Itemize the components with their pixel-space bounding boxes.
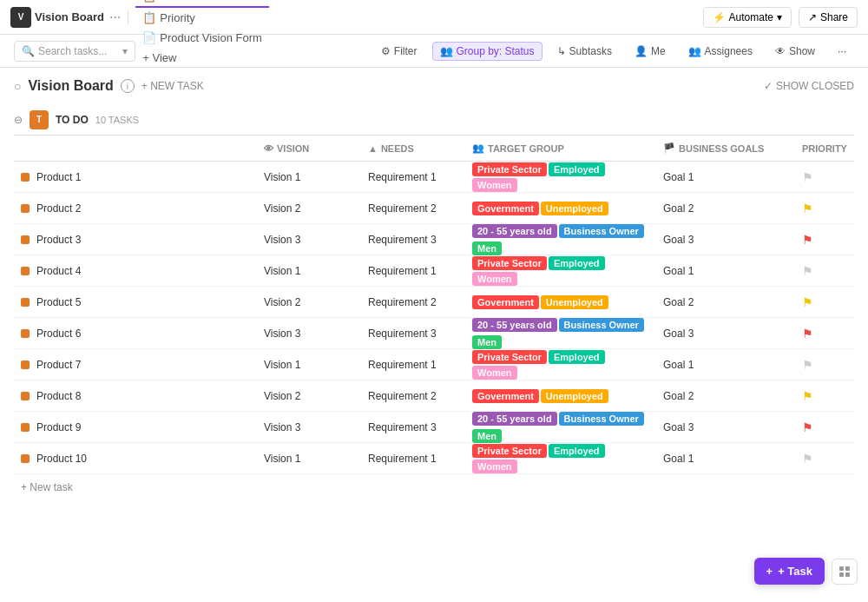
app-menu-dots[interactable]: ··· (109, 10, 121, 25)
info-icon[interactable]: i (121, 79, 135, 93)
table-row[interactable]: Product 3Vision 3Requirement 320 - 55 ye… (14, 224, 854, 255)
group-by-button[interactable]: 👥 Group by: Status (432, 42, 542, 61)
task-options-cell[interactable]: ··· (865, 390, 868, 402)
task-options-cell[interactable]: ··· (865, 171, 868, 183)
section-toggle[interactable]: ⊖ (14, 114, 23, 126)
task-options-cell[interactable]: ··· (865, 296, 868, 308)
task-name: Product 5 (36, 296, 81, 308)
group-icon: 👥 (440, 45, 453, 57)
priority-flag-icon: ⚑ (802, 202, 813, 215)
task-goals-cell: Goal 3 (656, 327, 795, 340)
subtasks-button[interactable]: ↳ Subtasks (549, 42, 620, 61)
task-priority-cell[interactable]: ⚑ (795, 452, 865, 466)
tag-men: Men (472, 429, 502, 443)
task-options-cell[interactable]: ··· (865, 234, 868, 246)
page-header: ○ Vision Board i + NEW TASK ✓ SHOW CLOSE… (0, 68, 868, 104)
task-options-cell[interactable]: ··· (865, 202, 868, 215)
task-color-dot (21, 298, 30, 307)
table-row[interactable]: Product 8Vision 2Requirement 2Government… (14, 380, 854, 412)
table-row[interactable]: Product 6Vision 3Requirement 320 - 55 ye… (14, 318, 854, 349)
tag-business: Business Owner (559, 318, 644, 332)
task-options-cell[interactable]: ··· (865, 359, 868, 371)
table-row[interactable]: Product 9Vision 3Requirement 320 - 55 ye… (14, 412, 854, 443)
assignees-icon: 👥 (688, 45, 701, 57)
product-vision-form-tab-icon: 📄 (142, 31, 156, 44)
task-name-cell-3: Product 3 (14, 234, 257, 246)
fab-task-button[interactable]: + + Task (754, 558, 825, 585)
task-name: Product 3 (36, 234, 81, 246)
task-tags-cell: Private SectorEmployedWomen (465, 162, 656, 192)
task-options-cell[interactable]: ··· (865, 453, 868, 465)
col-header-business_goals: 🏴 BUSINESS GOALS (656, 142, 795, 154)
tag-women: Women (472, 272, 517, 286)
nav-tabs: 🏠Start Here📋Vision Board📋Priority📄Produc… (135, 0, 269, 68)
task-priority-cell[interactable]: ⚑ (795, 202, 865, 215)
filter-button[interactable]: ⚙ Filter (373, 42, 425, 61)
tag-age: 20 - 55 years old (472, 412, 557, 426)
tag-private: Private Sector (472, 444, 547, 458)
task-priority-cell[interactable]: ⚑ (795, 389, 865, 403)
task-goals-cell: Goal 1 (656, 453, 795, 465)
task-name-cell-10: Product 10 (14, 453, 257, 465)
table-row[interactable]: Product 4Vision 1Requirement 1Private Se… (14, 255, 854, 287)
tag-unemployed: Unemployed (541, 389, 608, 403)
search-box[interactable]: 🔍 Search tasks... ▾ (14, 41, 135, 62)
table-row[interactable]: Product 7Vision 1Requirement 1Private Se… (14, 349, 854, 380)
col-header-needs: ▲ NEEDS (361, 143, 465, 154)
nav-tab-vision-board[interactable]: 📋Vision Board (135, 0, 269, 8)
task-options-cell[interactable]: ··· (865, 421, 868, 433)
task-priority-cell[interactable]: ⚑ (795, 170, 865, 184)
task-color-dot (21, 204, 30, 213)
priority-tab-label: Priority (160, 11, 194, 24)
priority-flag-icon: ⚑ (802, 420, 813, 434)
task-vision-cell: Vision 2 (257, 390, 361, 402)
tag-unemployed: Unemployed (541, 295, 608, 309)
task-vision-cell: Vision 3 (257, 421, 361, 433)
me-icon: 👤 (635, 45, 648, 57)
nav-tab-product-vision-form[interactable]: 📄Product Vision Form (135, 28, 269, 48)
nav-tab-priority[interactable]: 📋Priority (135, 8, 269, 28)
automate-button[interactable]: ⚡ Automate ▾ (703, 7, 792, 28)
tag-private: Private Sector (472, 162, 547, 176)
priority-flag-icon: ⚑ (802, 389, 813, 403)
tag-government: Government (472, 202, 539, 215)
task-priority-cell[interactable]: ⚑ (795, 264, 865, 278)
target_group-col-icon: 👥 (472, 142, 484, 154)
new-task-button[interactable]: + NEW TASK (141, 80, 204, 92)
task-tags-cell: GovernmentUnemployed (465, 389, 656, 403)
table-row[interactable]: Product 5Vision 2Requirement 2Government… (14, 287, 854, 318)
add-task-row[interactable]: + New task (14, 474, 854, 500)
show-button[interactable]: 👁 Show (767, 42, 823, 61)
nav-tab-view[interactable]: + View (135, 48, 269, 68)
task-tags-cell: Private SectorEmployedWomen (465, 350, 656, 380)
task-options-cell[interactable]: ··· (865, 327, 868, 340)
share-button[interactable]: ↗ Share (799, 7, 858, 28)
task-priority-cell[interactable]: ⚑ (795, 295, 865, 309)
me-button[interactable]: 👤 Me (627, 42, 674, 61)
filter-icon: ⚙ (381, 45, 391, 57)
task-priority-cell[interactable]: ⚑ (795, 327, 865, 341)
section-badge: T (30, 110, 49, 129)
table-row[interactable]: Product 10Vision 1Requirement 1Private S… (14, 443, 854, 474)
task-priority-cell[interactable]: ⚑ (795, 358, 865, 372)
needs-col-icon: ▲ (368, 143, 378, 154)
task-vision-cell: Vision 2 (257, 202, 361, 215)
task-goals-cell: Goal 3 (656, 421, 795, 433)
task-goals-cell: Goal 2 (656, 296, 795, 308)
task-priority-cell[interactable]: ⚑ (795, 233, 865, 247)
task-name: Product 8 (36, 390, 81, 402)
assignees-button[interactable]: 👥 Assignees (681, 42, 760, 61)
task-name: Product 1 (36, 171, 81, 183)
task-priority-cell[interactable]: ⚑ (795, 420, 865, 434)
show-closed-button[interactable]: ✓ SHOW CLOSED (764, 80, 854, 92)
more-button[interactable]: ··· (830, 42, 854, 61)
task-needs-cell: Requirement 1 (361, 359, 465, 371)
table-row[interactable]: Product 1Vision 1Requirement 1Private Se… (14, 162, 854, 193)
task-options-cell[interactable]: ··· (865, 265, 868, 277)
fab-grid-button[interactable] (832, 559, 858, 585)
top-nav: V Vision Board ··· 🏠Start Here📋Vision Bo… (0, 0, 868, 35)
task-color-dot (21, 361, 30, 369)
task-name-cell-7: Product 7 (14, 359, 257, 371)
vision-col-icon: 👁 (264, 143, 273, 154)
table-row[interactable]: Product 2Vision 2Requirement 2Government… (14, 193, 854, 224)
